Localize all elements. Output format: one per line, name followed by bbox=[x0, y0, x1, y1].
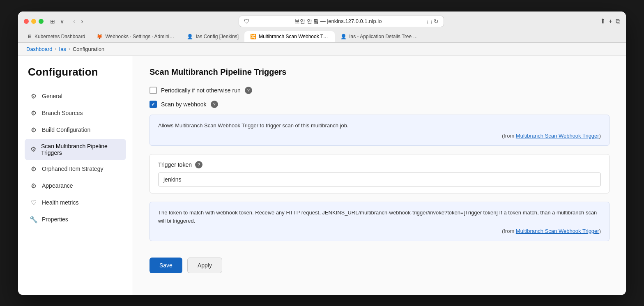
refresh-icon[interactable]: ↻ bbox=[434, 18, 439, 25]
sidebar-label-branch-sources: Branch Sources bbox=[42, 110, 83, 116]
token-from-suffix: ) bbox=[599, 228, 601, 234]
breadcrumb-sep-2: › bbox=[69, 46, 70, 52]
trigger-token-help-icon[interactable]: ? bbox=[195, 161, 202, 168]
sidebar-item-general[interactable]: ⚙ General bbox=[25, 88, 126, 104]
token-multibranch-link[interactable]: Multibranch Scan Webhook Trigger bbox=[516, 228, 599, 234]
tab-favicon: 👤 bbox=[340, 34, 347, 39]
tab-label: Kubernetes Dashboard bbox=[34, 34, 85, 39]
breadcrumb: Dashboard › Ias › Configuration bbox=[18, 43, 626, 56]
sidebar-icon-branch-sources: ⚙ bbox=[30, 109, 38, 117]
sidebar-icon-health-metrics: ♡ bbox=[30, 199, 38, 207]
webhook-from-link-row: (from Multibranch Scan Webhook Trigger) bbox=[158, 133, 601, 139]
trigger-token-section: Trigger token ? bbox=[150, 154, 610, 193]
periodically-help-icon[interactable]: ? bbox=[245, 87, 252, 94]
maximize-button[interactable] bbox=[39, 19, 44, 24]
close-button[interactable] bbox=[24, 19, 29, 24]
sidebar-label-appearance: Appearance bbox=[42, 182, 73, 189]
sidebar-icon-appearance: ⚙ bbox=[30, 182, 38, 190]
tab-favicon: 🔀 bbox=[250, 34, 256, 39]
token-info-text: The token to match with webhook token. R… bbox=[158, 209, 601, 225]
from-suffix: ) bbox=[599, 133, 601, 139]
sidebar-label-general: General bbox=[42, 93, 62, 99]
periodically-checkbox-row: Periodically if not otherwise run ? bbox=[150, 87, 610, 94]
sidebar-icon-scan-multibranch: ⚙ bbox=[30, 145, 37, 153]
trigger-token-input[interactable] bbox=[158, 173, 601, 186]
share-button[interactable]: ⬆ bbox=[600, 17, 605, 25]
sidebar-icon-build-configuration: ⚙ bbox=[30, 126, 38, 134]
sidebar-icon[interactable]: ⊞ bbox=[48, 17, 57, 25]
footer-actions: Save Apply bbox=[150, 249, 610, 273]
sidebar-label-health-metrics: Health metrics bbox=[42, 199, 78, 206]
save-button[interactable]: Save bbox=[150, 258, 182, 273]
tabs-bar: 🖥Kubernetes Dashboard🦊Webhooks · Setting… bbox=[18, 31, 626, 42]
sidebar-item-scan-multibranch[interactable]: ⚙ Scan Multibranch Pipeline Triggers bbox=[25, 139, 126, 160]
token-info-box: The token to match with webhook token. R… bbox=[150, 202, 610, 241]
minimize-button[interactable] bbox=[31, 19, 36, 24]
sidebar-item-build-configuration[interactable]: ⚙ Build Configuration bbox=[25, 122, 126, 138]
tabs-overview-button[interactable]: ⧉ bbox=[616, 18, 620, 25]
breadcrumb-configuration: Configuration bbox=[73, 46, 104, 52]
address-bar[interactable]: 🛡 보안 안 됨 — jenkins.127.0.0.1.nip.io ⬚ ↻ bbox=[239, 16, 444, 27]
token-from-prefix: (from bbox=[502, 228, 516, 234]
webhook-info-box: Allows Multibranch Scan Webhook Trigger … bbox=[150, 115, 610, 146]
multibranch-link[interactable]: Multibranch Scan Webhook Trigger bbox=[516, 133, 599, 139]
tab-tab-k8s[interactable]: 🖥Kubernetes Dashboard bbox=[21, 31, 91, 42]
share-icon[interactable]: ⬚ bbox=[427, 18, 432, 25]
sidebar-item-properties[interactable]: 🔧 Properties bbox=[25, 212, 126, 228]
sidebar-item-orphaned-item[interactable]: ⚙ Orphaned Item Strategy bbox=[25, 161, 126, 177]
traffic-lights bbox=[24, 19, 44, 24]
webhook-checkbox[interactable] bbox=[150, 101, 157, 108]
sidebar-icon-orphaned-item: ⚙ bbox=[30, 165, 38, 173]
webhook-checkbox-row: Scan by webhook ? bbox=[150, 101, 610, 108]
shield-icon: 🛡 bbox=[244, 18, 250, 25]
sidebar-item-branch-sources[interactable]: ⚙ Branch Sources bbox=[25, 105, 126, 121]
tab-tab-argo[interactable]: 👤Ias - Application Details Tree - Argo C… bbox=[335, 31, 425, 42]
sidebar: Configuration ⚙ General ⚙ Branch Sources… bbox=[18, 56, 133, 295]
back-button[interactable]: ‹ bbox=[71, 17, 78, 26]
sidebar-title: Configuration bbox=[25, 66, 126, 78]
tab-tab-multibranch[interactable]: 🔀Multibranch Scan Webhook Trigger | Jenk… bbox=[244, 31, 335, 42]
tab-favicon: 🖥 bbox=[27, 34, 32, 39]
sidebar-label-properties: Properties bbox=[42, 216, 68, 223]
sidebar-label-build-configuration: Build Configuration bbox=[42, 127, 90, 133]
address-text: 보안 안 됨 — jenkins.127.0.0.1.nip.io bbox=[253, 18, 423, 25]
periodically-checkbox[interactable] bbox=[150, 87, 157, 94]
sidebar-toggle: ⊞ ∨ bbox=[48, 17, 66, 25]
from-prefix: (from bbox=[502, 133, 516, 139]
tab-tab-ias-config[interactable]: 👤Ias Config [Jenkins] bbox=[181, 31, 244, 42]
tab-label: Webhooks · Settings · Administrator / Im… bbox=[105, 34, 175, 39]
token-from-link-row: (from Multibranch Scan Webhook Trigger) bbox=[158, 228, 601, 234]
sidebar-label-orphaned-item: Orphaned Item Strategy bbox=[42, 166, 103, 172]
apply-button[interactable]: Apply bbox=[187, 258, 222, 273]
webhook-info-text: Allows Multibranch Scan Webhook Trigger … bbox=[158, 122, 601, 130]
forward-button[interactable]: › bbox=[78, 17, 85, 26]
sidebar-item-appearance[interactable]: ⚙ Appearance bbox=[25, 178, 126, 194]
tab-favicon: 🦊 bbox=[97, 34, 103, 39]
tab-favicon: 👤 bbox=[187, 34, 193, 39]
section-title: Scan Multibranch Pipeline Triggers bbox=[150, 67, 610, 77]
trigger-token-label: Trigger token bbox=[158, 161, 192, 168]
sidebar-item-health-metrics[interactable]: ♡ Health metrics bbox=[25, 195, 126, 211]
tab-label: Multibranch Scan Webhook Trigger | Jenk.… bbox=[259, 34, 329, 39]
tab-label: Ias - Application Details Tree - Argo CD bbox=[349, 34, 419, 39]
new-tab-button[interactable]: + bbox=[609, 18, 612, 25]
breadcrumb-ias[interactable]: Ias bbox=[59, 46, 66, 52]
sidebar-icon-properties: 🔧 bbox=[30, 216, 38, 223]
chevron-down-icon[interactable]: ∨ bbox=[58, 17, 66, 25]
sidebar-icon-general: ⚙ bbox=[30, 92, 38, 100]
periodically-label: Periodically if not otherwise run bbox=[161, 87, 241, 94]
breadcrumb-sep-1: › bbox=[55, 46, 57, 52]
webhook-help-icon[interactable]: ? bbox=[211, 101, 218, 108]
tab-tab-webhooks[interactable]: 🦊Webhooks · Settings · Administrator / I… bbox=[91, 31, 181, 42]
breadcrumb-dashboard[interactable]: Dashboard bbox=[26, 46, 53, 52]
tab-label: Ias Config [Jenkins] bbox=[196, 34, 239, 39]
sidebar-label-scan-multibranch: Scan Multibranch Pipeline Triggers bbox=[41, 143, 121, 156]
content-area: Scan Multibranch Pipeline Triggers Perio… bbox=[133, 56, 626, 295]
webhook-label: Scan by webhook bbox=[161, 101, 207, 108]
